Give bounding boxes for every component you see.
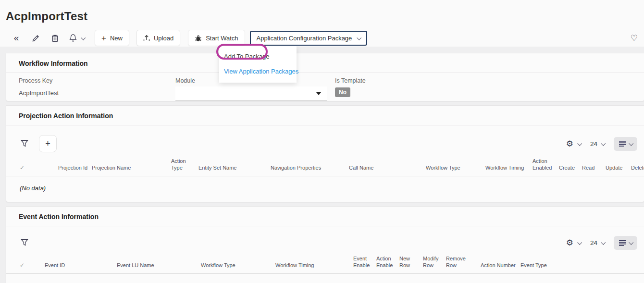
projection-grid-controls: ⚙ 24 xyxy=(566,137,637,151)
is-template-label: Is Template xyxy=(335,77,366,84)
column-header[interactable]: Action Enable xyxy=(376,255,397,269)
workflow-information-section: Workflow Information Process Key AcpImpo… xyxy=(6,53,644,101)
column-header[interactable]: Read xyxy=(582,164,606,171)
column-header[interactable]: Projection Name xyxy=(92,164,171,171)
event-grid-controls: ⚙ 24 xyxy=(566,236,637,250)
chevron-down-icon xyxy=(601,240,606,245)
start-watch-button[interactable]: Start Watch xyxy=(188,30,245,46)
upload-icon xyxy=(143,35,150,42)
filter-icon[interactable] xyxy=(21,140,28,148)
column-header[interactable]: Event Enable xyxy=(353,255,374,269)
column-header[interactable]: Projection Id xyxy=(58,164,92,171)
column-header[interactable]: Delete xyxy=(631,164,644,171)
column-header[interactable]: Event Type xyxy=(520,262,564,269)
view-mode-button[interactable] xyxy=(614,236,637,250)
select-all-icon: ✓ xyxy=(20,262,25,269)
toolbar: « + New Upload Start Watch xyxy=(0,29,644,47)
column-header[interactable]: New Row xyxy=(399,255,417,269)
is-template-field: Is Template No xyxy=(335,77,366,97)
column-header[interactable]: Modify Row xyxy=(423,255,443,269)
process-key-field: Process Key AcpImportTest xyxy=(19,77,59,97)
chevron-down-icon xyxy=(81,35,86,40)
page-title: AcpImportTest xyxy=(6,10,87,23)
menu-item-view-application-packages[interactable]: View Application Packages xyxy=(219,64,297,79)
settings-icon[interactable]: ⚙ xyxy=(566,239,573,247)
package-dropdown-menu: Add To Package View Application Packages xyxy=(219,46,297,83)
column-header[interactable]: Remove Row xyxy=(446,255,469,269)
page-size-value: 24 xyxy=(590,239,597,246)
column-header[interactable]: Update xyxy=(606,164,631,171)
filter-icon[interactable] xyxy=(21,239,28,247)
event-grid-toolbar: ⚙ 24 xyxy=(6,226,644,253)
chevron-down-icon xyxy=(629,141,633,146)
column-header[interactable]: Call Name xyxy=(349,164,426,171)
select-all-column[interactable]: ✓ xyxy=(20,262,45,269)
package-dropdown[interactable]: Application Configuration Package xyxy=(250,31,368,46)
is-template-badge: No xyxy=(335,87,350,97)
column-header[interactable]: Navigation Properties xyxy=(271,164,349,171)
settings-chevron-icon[interactable] xyxy=(577,240,582,245)
trash-icon xyxy=(51,34,59,42)
column-header[interactable]: Workflow Type xyxy=(426,164,485,171)
column-header[interactable]: Create xyxy=(559,164,582,171)
upload-button-label: Upload xyxy=(154,35,173,42)
chevron-down-icon xyxy=(601,141,606,146)
event-no-data: (No data) xyxy=(6,274,644,283)
projection-no-data: (No data) xyxy=(6,176,644,202)
favorite-icon[interactable]: ♡ xyxy=(631,34,638,42)
column-header[interactable]: Workflow Type xyxy=(201,262,275,269)
column-header[interactable]: Workflow Timing xyxy=(275,262,353,269)
menu-item-add-to-package[interactable]: Add To Package xyxy=(219,49,297,64)
settings-chevron-icon[interactable] xyxy=(577,141,582,146)
pencil-icon xyxy=(32,34,40,42)
list-view-icon xyxy=(619,240,626,246)
column-header[interactable]: Workflow Timing xyxy=(485,164,533,171)
column-header[interactable]: Action Enabled xyxy=(533,158,559,171)
event-table-header: ✓ Event ID Event LU Name Workflow Type W… xyxy=(6,253,644,274)
edit-button[interactable] xyxy=(31,32,40,44)
select-all-column[interactable]: ✓ xyxy=(20,164,58,171)
column-header[interactable]: Action Number xyxy=(481,262,520,269)
projection-action-section: Projection Action Information + ⚙ 24 ✓ xyxy=(6,105,644,202)
notifications-button[interactable] xyxy=(69,34,85,42)
page-size-dropdown[interactable]: 24 xyxy=(590,239,605,246)
upload-button[interactable]: Upload xyxy=(136,30,180,46)
collapse-icon: « xyxy=(14,33,19,43)
collapse-button[interactable]: « xyxy=(12,32,21,44)
workflow-section-title: Workflow Information xyxy=(6,53,644,73)
projection-section-title: Projection Action Information xyxy=(6,106,644,125)
bell-icon xyxy=(69,34,77,42)
projection-grid-toolbar: + ⚙ 24 xyxy=(6,125,644,155)
dropdown-arrow-icon xyxy=(316,92,321,95)
chevron-down-icon xyxy=(629,240,633,245)
column-header[interactable]: Entity Set Name xyxy=(198,164,271,171)
bug-icon xyxy=(195,35,202,42)
projection-table-header: ✓ Projection Id Projection Name Action T… xyxy=(6,155,644,176)
topbar: AcpImportTest « + New Upload xyxy=(0,0,644,47)
settings-icon[interactable]: ⚙ xyxy=(566,140,573,148)
column-header[interactable]: Action Type xyxy=(171,158,198,171)
start-watch-button-label: Start Watch xyxy=(206,35,238,42)
delete-button[interactable] xyxy=(50,32,60,44)
event-action-section: Event Action Information ⚙ 24 ✓ Event ID xyxy=(6,206,644,283)
page: AcpImportTest « + New Upload xyxy=(0,0,644,283)
workflow-section-body: Process Key AcpImportTest Module Is Temp… xyxy=(6,73,644,101)
column-header[interactable]: Event LU Name xyxy=(117,262,201,269)
list-view-icon xyxy=(619,141,626,147)
chevron-down-icon xyxy=(357,35,362,40)
add-row-button[interactable]: + xyxy=(39,135,57,152)
plus-icon: + xyxy=(101,35,106,42)
page-size-dropdown[interactable]: 24 xyxy=(590,140,605,148)
column-header[interactable]: Event ID xyxy=(45,262,117,269)
view-mode-button[interactable] xyxy=(614,137,637,151)
new-button[interactable]: + New xyxy=(95,30,129,46)
event-section-title: Event Action Information xyxy=(6,207,644,226)
new-button-label: New xyxy=(110,35,123,42)
process-key-label: Process Key xyxy=(19,77,59,84)
page-size-value: 24 xyxy=(590,140,597,148)
process-key-value: AcpImportTest xyxy=(19,89,59,97)
select-all-icon: ✓ xyxy=(20,164,25,171)
module-select[interactable] xyxy=(175,86,327,101)
package-dropdown-label: Application Configuration Package xyxy=(257,35,352,42)
